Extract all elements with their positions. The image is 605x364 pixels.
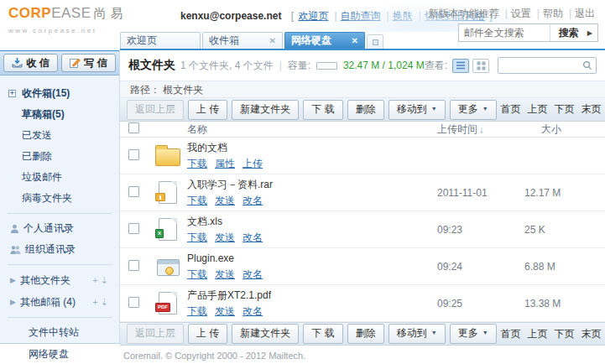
grid-view-button[interactable] [472,59,489,73]
tab-overflow-button[interactable] [367,34,383,49]
last-page-link[interactable]: 末页 [582,102,602,117]
move-to-dropdown[interactable]: 移动到 [389,324,446,344]
new-folder-button[interactable]: 新建文件夹 [232,324,299,344]
rar-file-icon[interactable] [159,181,177,204]
column-size[interactable]: 大小 [524,122,605,137]
more-dropdown[interactable]: 更多 [450,100,497,120]
upload-button[interactable]: 上 传 [188,324,227,344]
send-link[interactable]: 发送 [215,268,235,280]
add-folder-icon[interactable]: + [92,275,100,285]
first-page-link[interactable]: 首页 [501,327,521,341]
quick-link-skin[interactable]: 换肤 [393,10,421,22]
select-all-checkbox[interactable] [128,122,139,133]
brand-logo: CORPEASE尚 易 www.corpease.net [8,6,123,38]
download-link[interactable]: 下载 [187,231,207,243]
file-size: 13.38 M [524,298,605,309]
add-mailbox-icon[interactable]: + [92,297,100,307]
new-folder-button[interactable]: 新建文件夹 [232,100,299,120]
row-checkbox[interactable] [128,297,139,308]
folder-summary: 1 个文件夹, 4 个文件 [180,59,274,73]
rename-link[interactable]: 改名 [243,231,263,243]
pdf-file-icon[interactable]: PDF [159,292,177,315]
close-icon[interactable]: ✕ [269,36,276,45]
collapse-all-icon[interactable]: ⇣ [101,275,111,285]
tab-network-disk[interactable]: 网络硬盘 ✕ [284,32,365,49]
compose-mail-button[interactable]: 写 信 [61,54,116,72]
send-link[interactable]: 发送 [215,231,235,243]
sidebar-group-other-mailboxes[interactable]: ▶ 其他邮箱 (4) +⇣ [0,291,119,313]
row-checkbox[interactable] [128,186,139,197]
mail-search-button[interactable]: 搜索 [550,24,587,41]
link-settings[interactable]: 设置 [511,8,540,19]
sidebar-group-other-folders[interactable]: ▶ 其他文件夹 +⇣ [0,269,119,291]
folder-icon[interactable] [155,148,180,166]
send-link[interactable]: 发送 [215,305,235,317]
file-name[interactable]: 文档.xls [187,215,437,228]
download-link[interactable]: 下载 [187,195,207,206]
disk-search-box [498,57,597,74]
file-name[interactable]: Plugin.exe [187,252,437,265]
sidebar-item-network-disk[interactable]: 网络硬盘 [0,343,120,364]
link-help[interactable]: 帮助 [543,8,571,19]
view-label: 查看: [425,59,447,73]
properties-link[interactable]: 属性 [215,158,235,169]
quick-link-selfservice[interactable]: 自助查询 [341,10,389,22]
search-options-arrow-icon[interactable]: ▶ [587,29,597,37]
first-page-link[interactable]: 首页 [501,102,521,117]
sidebar-item-inbox[interactable]: + 收件箱(15) [0,83,119,104]
file-name[interactable]: 我的文档 [187,141,437,154]
sidebar-item-personal-contacts[interactable]: 个人通讯录 [0,218,119,239]
delete-button[interactable]: 删除 [347,324,384,344]
exe-file-icon[interactable] [157,259,180,276]
download-link[interactable]: 下载 [187,268,207,280]
tab-inbox[interactable]: 收件箱 ✕ [202,32,283,49]
receive-mail-button[interactable]: 收 信 [3,54,58,72]
close-icon[interactable]: ✕ [352,36,358,45]
collapse-all-icon[interactable]: ⇣ [101,297,111,307]
expand-plus-icon[interactable]: + [8,90,16,97]
search-icon[interactable] [582,60,592,70]
upload-button[interactable]: 上 传 [188,100,227,120]
sidebar-item-org-contacts[interactable]: 组织通讯录 [0,239,119,260]
file-name[interactable]: 产品手册XT2.1.pdf [187,289,437,302]
download-button[interactable]: 下 载 [303,324,342,344]
mail-search-input[interactable] [459,25,550,40]
prev-page-link[interactable]: 上页 [528,327,548,341]
rename-link[interactable]: 改名 [243,268,263,280]
rename-link[interactable]: 改名 [243,195,263,206]
link-logout[interactable]: 退出 [575,8,595,19]
download-link[interactable]: 下载 [187,305,207,317]
row-checkbox[interactable] [128,149,139,160]
compose-mail-icon [70,58,81,68]
rename-link[interactable]: 改名 [243,305,263,317]
last-page-link[interactable]: 末页 [582,327,602,341]
next-page-link[interactable]: 下页 [555,102,575,117]
sidebar-item-drafts[interactable]: 草稿箱(5) [0,104,119,125]
disk-search-input[interactable] [498,59,582,72]
sidebar-item-file-transfer[interactable]: 文件中转站 [0,322,119,343]
sidebar-item-spam[interactable]: 垃圾邮件 [0,167,119,188]
column-name[interactable]: 名称 [187,122,437,137]
download-link[interactable]: 下载 [187,158,207,169]
download-button[interactable]: 下 载 [303,100,342,120]
list-view-button[interactable] [452,59,469,73]
link-new-features[interactable]: 新版本功能推荐 [429,8,508,19]
quick-link-welcome[interactable]: 欢迎页 [298,10,336,22]
send-link[interactable]: 发送 [215,195,235,206]
row-checkbox[interactable] [128,223,139,234]
sidebar-item-virus-folder[interactable]: 病毒文件夹 [0,188,119,209]
sidebar-divider [8,264,112,265]
tab-welcome[interactable]: 欢迎页 [120,32,201,49]
move-to-dropdown[interactable]: 移动到 [389,100,446,120]
prev-page-link[interactable]: 上页 [528,102,548,117]
sidebar-item-deleted[interactable]: 已删除 [0,146,119,167]
delete-button[interactable]: 删除 [347,100,384,120]
xls-file-icon[interactable]: X [159,218,177,241]
more-dropdown[interactable]: 更多 [450,324,497,344]
next-page-link[interactable]: 下页 [555,327,575,341]
upload-link[interactable]: 上传 [243,158,263,169]
column-upload-time[interactable]: 上传时间↓ [437,122,524,137]
row-checkbox[interactable] [128,260,139,271]
sidebar-item-sent[interactable]: 已发送 [0,125,119,146]
file-name[interactable]: 入职学习－资料.rar [187,178,437,191]
